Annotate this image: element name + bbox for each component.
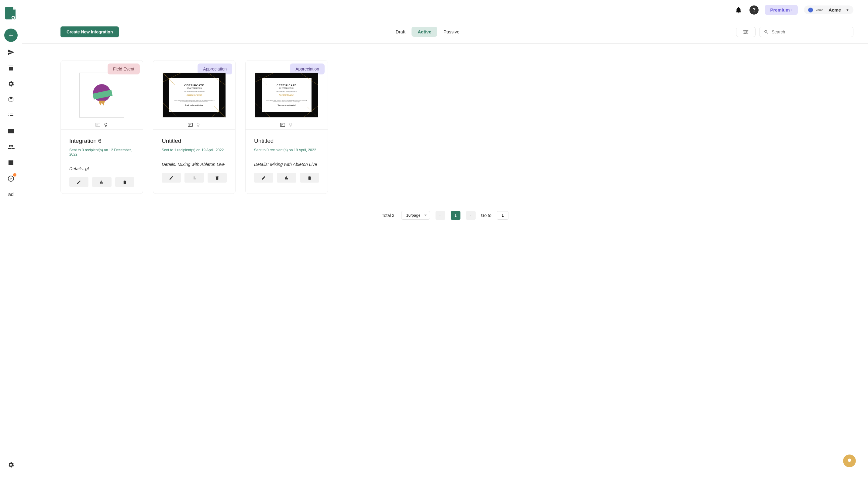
integration-card[interactable]: Appreciation CERTIFICATE OF APPRECIATION… [153,60,236,194]
delete-button[interactable] [300,173,319,183]
card-tag: Field Event [107,63,140,74]
badge-type-icon [288,123,293,127]
card-details: Details: gf [69,166,134,171]
app-logo[interactable] [5,6,17,20]
search-input[interactable] [772,29,849,34]
pagination-total: Total 3 [382,213,394,218]
stats-button[interactable] [92,177,111,187]
create-integration-button[interactable]: Create New Integration [60,26,119,37]
filter-button[interactable] [736,27,755,37]
svg-point-1 [12,17,14,19]
nav-analytics-icon[interactable] [4,156,18,169]
premium-button[interactable]: Premium+ [765,5,798,15]
status-tabs: Draft Active Passive [390,27,466,37]
nav-explore-icon[interactable] [4,172,18,185]
pagination: Total 3 10/page ‹ 1 › Go to [60,211,830,220]
svg-point-8 [744,33,746,34]
nav-ad-icon[interactable]: ad [4,188,18,201]
svg-point-15 [104,123,107,125]
pagination-prev[interactable]: ‹ [436,211,445,220]
stats-button[interactable] [277,173,296,183]
notifications-icon[interactable] [734,5,743,15]
delete-button[interactable] [208,173,227,183]
search-icon [764,29,769,34]
pagination-next[interactable]: › [466,211,476,220]
card-details: Details: Mixing with Ableton Live [254,162,319,167]
svg-point-7 [746,31,747,33]
org-name: Acme [829,7,841,12]
edit-button[interactable] [162,173,181,183]
edit-button[interactable] [254,173,273,183]
pagination-goto-label: Go to [481,213,491,218]
nav-badge-icon[interactable] [4,93,18,106]
card-title: Untitled [162,138,227,144]
topbar: ? Premium+ Acme Acme ▼ [22,0,868,20]
delete-button[interactable] [115,177,134,187]
sidebar: ad [0,0,22,477]
card-meta: Sent to 0 recipient(s) on 12 December, 2… [69,148,134,156]
svg-point-20 [197,123,199,125]
tab-passive[interactable]: Passive [437,27,466,37]
org-switcher[interactable]: Acme Acme ▼ [804,5,854,14]
notification-dot-icon [13,173,17,177]
nav-settings-icon[interactable] [4,458,18,472]
help-fab[interactable] [843,454,856,467]
svg-point-6 [744,30,746,31]
card-title: Integration 6 [69,138,134,144]
svg-point-25 [289,123,292,125]
certificate-preview: CERTIFICATE OF APPRECIATION This certifi… [163,73,226,118]
toolbar: Create New Integration Draft Active Pass… [22,20,868,44]
page-size-select[interactable]: 10/page [401,211,430,220]
org-logo-icon [808,8,813,12]
card-title: Untitled [254,138,319,144]
certificate-type-icon [188,123,193,127]
nav-integrations-icon[interactable] [4,77,18,91]
edit-button[interactable] [69,177,88,187]
create-button[interactable] [4,29,18,42]
nav-archive-icon[interactable] [4,61,18,75]
org-logo-text: Acme [816,8,823,11]
search-box[interactable] [759,27,854,37]
nav-send-icon[interactable] [4,45,18,59]
chevron-down-icon: ▼ [846,8,849,12]
badge-type-icon [103,123,108,127]
tab-active[interactable]: Active [411,27,437,37]
nav-people-icon[interactable] [4,140,18,154]
certificate-preview: CERTIFICATE OF APPRECIATION This certifi… [255,73,318,118]
pagination-goto-input[interactable] [497,211,508,220]
card-meta: Sent to 1 recipient(s) on 19 April, 2022 [162,148,227,152]
pagination-page-1[interactable]: 1 [451,211,460,220]
stats-button[interactable] [184,173,204,183]
help-icon[interactable]: ? [749,5,758,14]
card-meta: Sent to 0 recipient(s) on 19 April, 2022 [254,148,319,152]
tab-draft[interactable]: Draft [390,27,412,37]
card-details: Details: Mixing with Ableton Live [162,162,227,167]
nav-list-icon[interactable] [4,109,18,122]
integration-card[interactable]: Field Event Integration 6 Sent to 0 reci… [60,60,143,194]
certificate-type-icon [95,123,100,127]
integration-card[interactable]: Appreciation CERTIFICATE OF APPRECIATION… [245,60,328,194]
nav-mail-icon[interactable] [4,125,18,138]
badge-type-icon [196,123,200,127]
certificate-type-icon [280,123,285,127]
badge-preview [79,73,124,118]
